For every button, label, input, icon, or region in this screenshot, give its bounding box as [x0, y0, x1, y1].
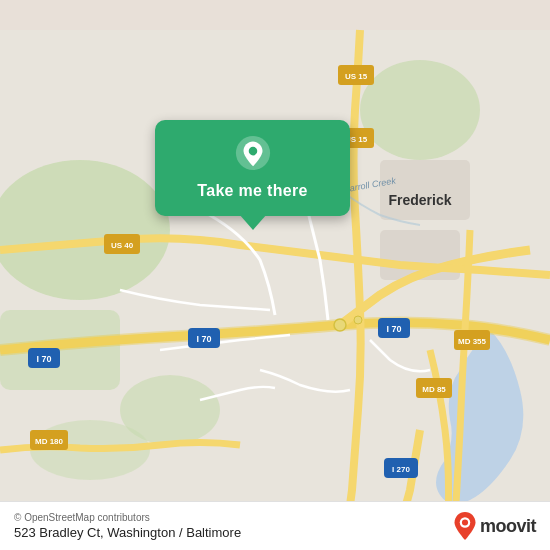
bottom-info: © OpenStreetMap contributors 523 Bradley… [14, 512, 241, 540]
svg-text:MD 180: MD 180 [35, 437, 64, 446]
map-background: I 70 I 70 I 70 US 40 US 15 US 15 MD 355 … [0, 0, 550, 550]
svg-point-35 [462, 519, 468, 525]
svg-text:US 15: US 15 [345, 72, 368, 81]
moovit-brand-text: moovit [480, 516, 536, 537]
svg-text:MD 85: MD 85 [422, 385, 446, 394]
moovit-logo: moovit [454, 512, 536, 540]
svg-text:US 40: US 40 [111, 241, 134, 250]
bottom-bar: © OpenStreetMap contributors 523 Bradley… [0, 501, 550, 550]
svg-point-33 [248, 147, 257, 156]
attribution-text: © OpenStreetMap contributors [14, 512, 241, 523]
svg-point-31 [354, 316, 362, 324]
svg-point-30 [334, 319, 346, 331]
svg-rect-6 [380, 160, 470, 220]
moovit-pin-icon [454, 512, 476, 540]
svg-text:MD 355: MD 355 [458, 337, 487, 346]
map-container: I 70 I 70 I 70 US 40 US 15 US 15 MD 355 … [0, 0, 550, 550]
svg-text:I 70: I 70 [386, 324, 401, 334]
svg-point-2 [360, 60, 480, 160]
take-me-there-button[interactable]: Take me there [197, 182, 307, 200]
svg-text:I 70: I 70 [196, 334, 211, 344]
address-text: 523 Bradley Ct, Washington / Baltimore [14, 525, 241, 540]
svg-text:I 270: I 270 [392, 465, 410, 474]
location-pin-icon [234, 134, 272, 172]
map-popup: Take me there [155, 120, 350, 216]
svg-text:Frederick: Frederick [388, 192, 451, 208]
svg-text:I 70: I 70 [36, 354, 51, 364]
